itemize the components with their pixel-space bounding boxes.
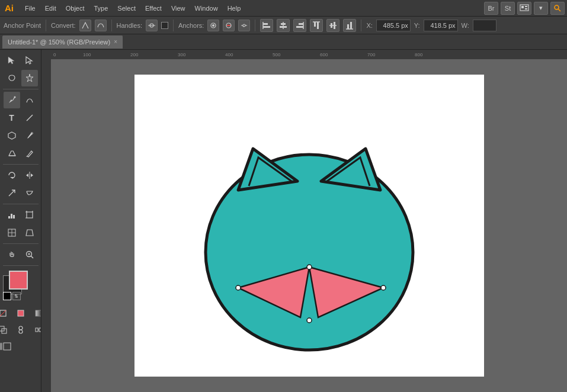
pencil-tool[interactable]: [21, 145, 38, 162]
tool-sep-4: [3, 243, 39, 244]
rectangle-tool[interactable]: [4, 127, 20, 144]
paint-brush-tool[interactable]: [21, 127, 38, 144]
tool-row-slice: [4, 224, 38, 241]
menu-window[interactable]: Window: [191, 4, 222, 13]
align-right-btn[interactable]: [293, 19, 306, 32]
svg-line-33: [27, 115, 33, 121]
menu-view[interactable]: View: [167, 4, 190, 13]
svg-line-51: [31, 256, 33, 258]
line-tool[interactable]: [21, 110, 38, 126]
reflect-tool[interactable]: [21, 167, 38, 184]
menu-object[interactable]: Object: [62, 4, 89, 13]
tab-close-btn[interactable]: ×: [114, 38, 117, 45]
tool-row-extra-1: [0, 305, 41, 322]
menu-type[interactable]: Type: [90, 4, 113, 13]
view-mode-btn[interactable]: [0, 338, 11, 355]
swap-colors-btn[interactable]: ⇅: [12, 292, 21, 300]
search-button[interactable]: [550, 2, 565, 15]
tool-sep-1: [3, 89, 39, 89]
x-input[interactable]: [376, 20, 411, 31]
tool-row-1: [4, 52, 38, 69]
align-center-v-btn[interactable]: [326, 19, 339, 32]
ruler-left: 0 100 200 300 400 500: [41, 59, 51, 392]
options-bar: Anchor Point Convert: Handles: Anchors:: [0, 17, 567, 34]
menu-help[interactable]: Help: [223, 4, 245, 13]
zoom-tool[interactable]: [21, 246, 38, 263]
menu-effect[interactable]: Effect: [141, 4, 166, 13]
canvas-document: [134, 75, 484, 377]
app-logo: Ai: [2, 3, 16, 13]
hand-tool[interactable]: [4, 246, 20, 263]
artboard-tool[interactable]: [21, 207, 38, 223]
svg-rect-2: [525, 6, 527, 7]
svg-rect-42: [27, 212, 33, 218]
handle-color-btn[interactable]: [161, 22, 168, 29]
text-tool[interactable]: T: [4, 110, 20, 126]
bridge-button[interactable]: Br: [484, 2, 498, 15]
align-left-btn[interactable]: [260, 19, 273, 32]
svg-rect-63: [39, 328, 41, 332]
menu-file[interactable]: File: [21, 4, 40, 13]
select-tool[interactable]: [4, 52, 20, 69]
svg-rect-41: [13, 215, 15, 219]
color-defaults: ⇅: [3, 292, 21, 300]
eraser-tool[interactable]: [4, 145, 20, 162]
svg-rect-56: [18, 310, 24, 316]
tool-row-shape: [4, 127, 38, 144]
align-top-btn[interactable]: [310, 19, 323, 32]
svg-marker-34: [8, 132, 15, 139]
convert-smooth-btn[interactable]: [95, 20, 107, 31]
align-center-h-btn[interactable]: [277, 19, 290, 32]
foreground-color-swatch[interactable]: [9, 271, 28, 290]
curvature-tool[interactable]: [21, 92, 38, 108]
svg-rect-14: [263, 26, 270, 28]
w-input[interactable]: [473, 20, 496, 31]
svg-rect-66: [4, 343, 11, 350]
tool-row-rotate: [4, 167, 38, 184]
workspace-button[interactable]: [517, 2, 531, 15]
canvas-area[interactable]: 0 100 200 300 400 500 600 700 800 0 100 …: [41, 50, 567, 392]
tool-row-pen: [4, 92, 38, 108]
sym-btn[interactable]: [12, 322, 29, 338]
scale-tool[interactable]: [4, 185, 20, 201]
pen-tool[interactable]: [4, 92, 20, 108]
sep4: [255, 20, 255, 31]
y-input[interactable]: [424, 20, 458, 31]
svg-text:600: 600: [320, 52, 328, 57]
fill-none-btn[interactable]: [0, 305, 11, 322]
left-toolbar: T: [0, 50, 41, 392]
break-path-btn[interactable]: [238, 20, 250, 31]
sep3: [173, 20, 174, 31]
w-label: W:: [462, 22, 469, 29]
stock-button[interactable]: St: [501, 2, 515, 15]
perspective-tool[interactable]: [21, 224, 38, 241]
svg-text:200: 200: [130, 52, 139, 57]
column-graph-tool[interactable]: [4, 207, 20, 223]
arrange-btn[interactable]: [0, 322, 11, 338]
svg-point-61: [19, 330, 23, 333]
link-btn[interactable]: [30, 322, 42, 338]
direct-select-tool[interactable]: [21, 52, 38, 69]
default-colors-btn[interactable]: [3, 292, 11, 300]
menu-edit[interactable]: Edit: [41, 4, 60, 13]
warp-tool[interactable]: [21, 185, 38, 201]
tool-row-scale: [4, 185, 38, 201]
svg-rect-28: [347, 24, 349, 29]
slice-tool[interactable]: [4, 224, 20, 241]
align-bottom-btn[interactable]: [343, 19, 356, 32]
handle-type-btn[interactable]: [146, 20, 158, 31]
document-tab[interactable]: Untitled-1* @ 150% (RGB/Preview) ×: [2, 36, 123, 49]
lasso-tool[interactable]: [4, 70, 20, 86]
workspace-dropdown-button[interactable]: ▾: [534, 2, 548, 15]
convert-corner-btn[interactable]: [79, 20, 91, 31]
magic-wand-tool[interactable]: [21, 70, 38, 86]
rotate-tool[interactable]: [4, 167, 20, 184]
show-anchors-btn[interactable]: [207, 20, 219, 31]
remove-anchor-btn[interactable]: [223, 20, 235, 31]
menu-select[interactable]: Select: [113, 4, 140, 13]
svg-rect-67: [41, 50, 567, 59]
fill-gradient-btn[interactable]: [30, 305, 42, 322]
artwork-svg[interactable]: [185, 98, 434, 353]
fill-color-btn[interactable]: [12, 305, 29, 322]
svg-rect-13: [263, 23, 268, 25]
